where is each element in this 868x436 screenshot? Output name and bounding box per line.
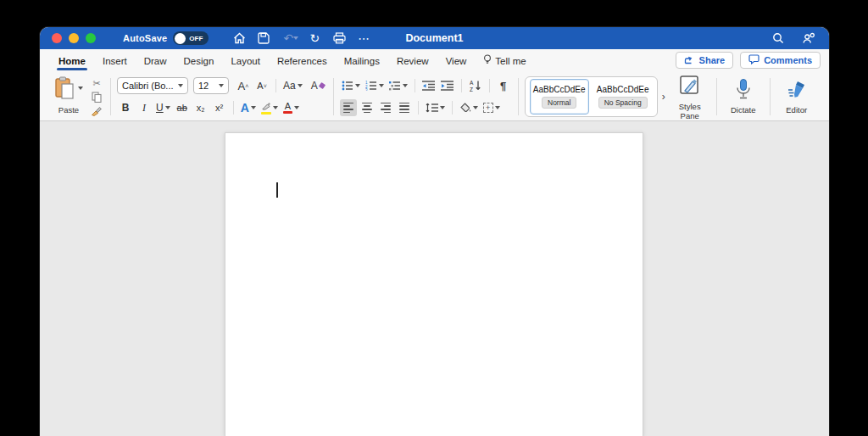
shrink-font-button[interactable]: A˅ — [253, 77, 270, 94]
tab-insert[interactable]: Insert — [94, 49, 136, 72]
style-normal[interactable]: AaBbCcDdEe Normal — [530, 79, 589, 115]
strikethrough-button[interactable]: ab — [174, 99, 191, 116]
tab-references[interactable]: References — [269, 49, 336, 72]
tab-design[interactable]: Design — [175, 49, 223, 72]
styles-gallery: AaBbCcDdEe Normal AaBbCcDdEe No Spacing — [525, 76, 658, 117]
text-effects-button[interactable]: A — [239, 99, 258, 116]
document-canvas — [40, 121, 829, 436]
titlebar: AutoSave OFF ↶ ↻ ⋯ Document1 — [40, 27, 829, 49]
chevron-down-icon — [219, 84, 224, 87]
autosave-toggle[interactable]: OFF — [173, 31, 209, 45]
editor-pencil-icon — [786, 78, 808, 103]
share-icon — [684, 54, 695, 66]
styles-pane-button[interactable]: Styles Pane — [670, 73, 710, 120]
format-painter-icon[interactable] — [89, 104, 104, 117]
paste-chevron-icon — [78, 87, 83, 90]
highlighter-icon — [261, 102, 271, 115]
cut-icon[interactable]: ✂ — [89, 77, 104, 90]
clipboard-icon — [54, 76, 76, 103]
font-color-button[interactable]: A — [281, 99, 301, 116]
autosave-label: AutoSave — [123, 33, 167, 43]
tab-mailings[interactable]: Mailings — [336, 49, 388, 72]
more-styles-chevron[interactable]: › — [662, 91, 665, 103]
search-icon[interactable] — [770, 30, 787, 47]
paragraph-group: 123 AZ — [340, 76, 512, 117]
chevron-down-icon — [178, 84, 183, 87]
tab-draw[interactable]: Draw — [136, 49, 175, 72]
justify-button[interactable] — [396, 99, 413, 116]
tab-review[interactable]: Review — [388, 49, 437, 72]
sort-button[interactable]: AZ — [467, 77, 484, 94]
show-formatting-button[interactable]: ¶ — [495, 77, 512, 94]
share-button[interactable]: Share — [676, 52, 734, 69]
tab-tell-me[interactable]: Tell me — [475, 49, 534, 72]
increase-indent-button[interactable] — [439, 77, 456, 94]
clipboard-group: Paste ✂ — [50, 76, 104, 117]
tab-layout[interactable]: Layout — [222, 49, 269, 72]
traffic-lights — [52, 33, 96, 43]
align-left-button[interactable] — [340, 99, 357, 116]
borders-icon: + — [483, 103, 493, 113]
lightbulb-icon — [483, 54, 492, 67]
editor-button[interactable]: Editor — [776, 76, 817, 117]
borders-button[interactable]: + — [481, 99, 502, 116]
bold-button[interactable]: B — [117, 99, 134, 116]
redo-icon[interactable]: ↻ — [306, 30, 323, 47]
copy-icon[interactable] — [89, 91, 104, 103]
align-right-button[interactable] — [377, 99, 394, 116]
styles-group: AaBbCcDdEe Normal AaBbCcDdEe No Spacing … — [525, 76, 710, 117]
decrease-indent-button[interactable] — [420, 77, 437, 94]
eraser-icon — [319, 80, 326, 92]
account-icon[interactable] — [800, 30, 817, 47]
align-center-button[interactable] — [359, 99, 376, 116]
shading-button[interactable] — [458, 99, 480, 116]
italic-button[interactable]: I — [136, 99, 153, 116]
home-icon[interactable] — [231, 30, 248, 47]
undo-chevron-icon[interactable] — [293, 36, 298, 40]
microphone-icon — [734, 78, 753, 103]
ribbon-toolbar: Paste ✂ Calibri (Bo... — [40, 72, 829, 121]
grow-font-button[interactable]: A˄ — [235, 77, 252, 94]
word-window: AutoSave OFF ↶ ↻ ⋯ Document1 — [40, 27, 829, 436]
change-case-button[interactable]: Aa — [281, 77, 304, 94]
document-page[interactable] — [225, 132, 643, 436]
more-commands-icon[interactable]: ⋯ — [355, 30, 372, 47]
multilevel-list-button[interactable] — [387, 77, 409, 94]
underline-button[interactable]: U — [154, 99, 172, 116]
svg-text:A: A — [470, 80, 474, 86]
bullets-button[interactable] — [340, 77, 362, 94]
style-no-spacing[interactable]: AaBbCcDdEe No Spacing — [593, 79, 653, 115]
tab-view[interactable]: View — [437, 49, 476, 72]
line-spacing-button[interactable] — [424, 99, 447, 116]
save-icon[interactable] — [255, 30, 272, 47]
svg-text:Z: Z — [470, 87, 473, 92]
text-caret — [276, 182, 278, 198]
styles-pane-icon — [679, 75, 701, 100]
font-name-select[interactable]: Calibri (Bo... — [117, 77, 188, 94]
zoom-window-button[interactable] — [86, 33, 96, 43]
superscript-button[interactable]: x² — [211, 99, 228, 116]
font-group: Calibri (Bo... 12 A˄ A˅ Aa — [117, 76, 327, 117]
comments-button[interactable]: Comments — [740, 52, 821, 69]
close-window-button[interactable] — [52, 33, 62, 43]
subscript-button[interactable]: x₂ — [192, 99, 209, 116]
paste-label: Paste — [58, 105, 79, 115]
autosave-toggle-knob — [175, 33, 186, 44]
svg-text:3: 3 — [365, 88, 368, 91]
autosave-state: OFF — [189, 35, 203, 42]
numbering-button[interactable]: 123 — [364, 77, 386, 94]
print-icon[interactable] — [331, 30, 348, 47]
ribbon-tabs: Home Insert Draw Design Layout Reference… — [40, 49, 829, 72]
paste-button[interactable]: Paste — [50, 76, 87, 115]
comment-icon — [748, 54, 760, 66]
minimize-window-button[interactable] — [69, 33, 79, 43]
clear-formatting-button[interactable]: A — [309, 77, 327, 94]
dictate-button[interactable]: Dictate — [723, 76, 764, 117]
highlight-color-button[interactable] — [259, 99, 280, 116]
tab-home[interactable]: Home — [50, 49, 94, 72]
font-size-select[interactable]: 12 — [193, 77, 229, 94]
